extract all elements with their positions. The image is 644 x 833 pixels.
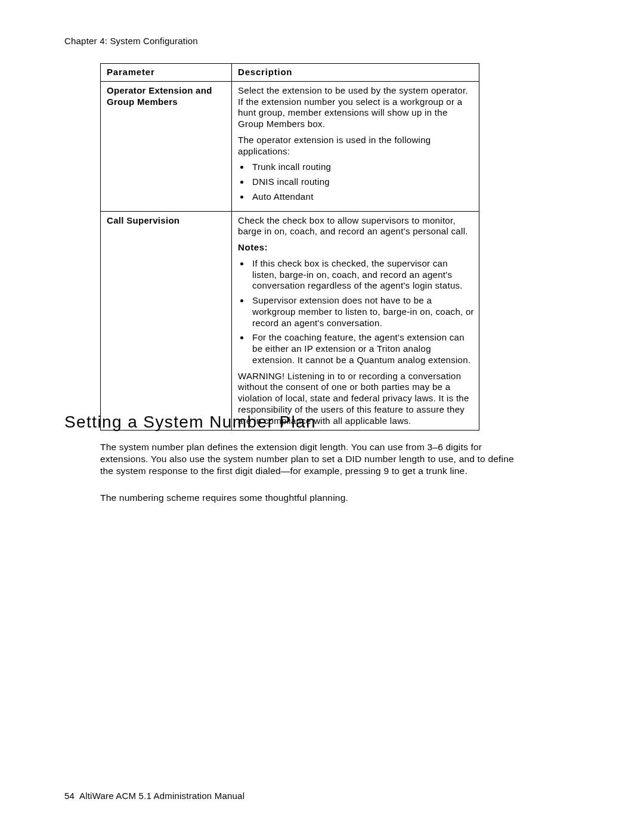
body-paragraph: The system number plan defines the exten… bbox=[100, 441, 518, 476]
col-header-description: Description bbox=[232, 64, 479, 82]
desc-text: The operator extension is used in the fo… bbox=[238, 135, 474, 157]
desc-list: Trunk incall routing DNIS incall routing… bbox=[238, 162, 474, 202]
list-item: Supervisor extension does not have to be… bbox=[250, 295, 474, 329]
page-footer: 54 AltiWare ACM 5.1 Administration Manua… bbox=[64, 791, 244, 801]
param-operator-extension: Operator Extension and Group Members bbox=[101, 81, 232, 211]
desc-call-supervision: Check the check box to allow supervisors… bbox=[232, 211, 479, 431]
desc-text: Select the extension to be used by the s… bbox=[238, 85, 474, 130]
page-number: 54 bbox=[64, 791, 75, 801]
desc-list: If this check box is checked, the superv… bbox=[238, 258, 474, 366]
table-row: Call Supervision Check the check box to … bbox=[101, 211, 479, 431]
list-item: DNIS incall routing bbox=[250, 176, 474, 188]
parameter-table: Parameter Description Operator Extension… bbox=[100, 63, 479, 431]
table-header-row: Parameter Description bbox=[101, 64, 479, 82]
page: Chapter 4: System Configuration Paramete… bbox=[0, 0, 644, 833]
body-paragraph: The numbering scheme requires some thoug… bbox=[100, 492, 518, 504]
desc-text: Check the check box to allow supervisors… bbox=[238, 215, 474, 238]
section-heading: Setting a System Number Plan bbox=[64, 413, 316, 432]
parameter-table-wrap: Parameter Description Operator Extension… bbox=[100, 63, 479, 431]
notes-label: Notes: bbox=[238, 242, 474, 253]
list-item: Auto Attendant bbox=[250, 191, 474, 203]
table-row: Operator Extension and Group Members Sel… bbox=[101, 81, 479, 211]
page-header: Chapter 4: System Configuration bbox=[64, 36, 198, 46]
param-call-supervision: Call Supervision bbox=[101, 211, 232, 431]
list-item: For the coaching feature, the agent's ex… bbox=[250, 332, 474, 366]
list-item: Trunk incall routing bbox=[250, 162, 474, 173]
desc-operator-extension: Select the extension to be used by the s… bbox=[232, 81, 479, 211]
doc-title: AltiWare ACM 5.1 Administration Manual bbox=[79, 791, 244, 801]
list-item: If this check box is checked, the superv… bbox=[250, 258, 474, 292]
col-header-parameter: Parameter bbox=[101, 64, 232, 82]
